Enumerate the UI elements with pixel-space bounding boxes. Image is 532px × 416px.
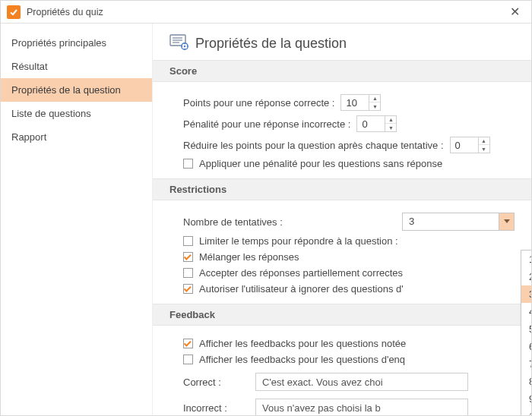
allow-skip-label: Autoriser l'utilisateur à ignorer des qu… [199,283,404,295]
attempts-option[interactable]: 3 [521,285,531,303]
section-header-restrictions: Restrictions [153,178,531,200]
incorrect-feedback-label: Incorrect : [183,402,255,414]
section-header-feedback: Feedback [153,304,531,326]
reduce-points-label: Réduire les points pour la question aprè… [183,140,444,151]
window-title: Propriétés du quiz [27,7,504,17]
sidebar: Propriétés principales Résultat Propriét… [1,24,153,415]
reduce-points-spinner[interactable]: ▲▼ [450,137,490,153]
shuffle-answers-label: Mélanger les réponses [199,251,299,263]
reduce-points-input[interactable] [451,137,478,153]
spinner-down-icon[interactable]: ▼ [369,102,380,110]
apply-penalty-label: Appliquer une pénalité pour les question… [199,158,442,169]
attempts-option[interactable]: 2 [521,268,531,285]
points-correct-input[interactable] [341,95,369,110]
spinner-up-icon[interactable]: ▲ [385,116,396,124]
checkbox-icon [183,236,193,246]
penalty-incorrect-input[interactable] [357,116,385,131]
partial-correct-checkbox[interactable]: Accepter des réponses partiellement corr… [183,267,515,279]
allow-skip-checkbox[interactable]: Autoriser l'utilisateur à ignorer des qu… [183,283,515,295]
attempts-select[interactable]: 3 [402,213,515,231]
page-heading: Propriétés de la question [195,36,347,52]
spinner-down-icon[interactable]: ▼ [479,145,489,153]
sidebar-item-question-list[interactable]: Liste de questions [1,102,152,125]
penalty-incorrect-label: Pénalité pour une réponse incorrecte : [183,118,350,130]
attempts-value: 3 [403,213,499,230]
show-graded-feedback-label: Afficher les feedbacks pour les question… [199,338,406,349]
sidebar-item-result[interactable]: Résultat [1,55,152,78]
chevron-down-icon[interactable] [499,213,514,230]
attempts-option[interactable]: 4 [521,303,531,320]
close-button[interactable]: ✕ [504,5,525,19]
limit-time-checkbox[interactable]: Limiter le temps pour répondre à la ques… [183,235,515,247]
svg-point-5 [184,46,185,47]
sidebar-item-question-properties[interactable]: Propriétés de la question [1,78,152,102]
attempts-option[interactable]: 1 [521,251,531,268]
correct-feedback-label: Correct : [183,377,255,388]
question-properties-icon [169,34,188,52]
attempts-option[interactable]: 8 [521,373,531,390]
checkbox-icon [183,159,193,169]
sidebar-item-report[interactable]: Rapport [1,125,152,149]
checkbox-icon [183,268,193,278]
partial-correct-label: Accepter des réponses partiellement corr… [199,267,403,279]
shuffle-answers-checkbox[interactable]: Mélanger les réponses [183,251,515,263]
checkbox-icon [183,355,193,364]
attempts-option[interactable]: 10 [521,408,531,415]
spinner-up-icon[interactable]: ▲ [479,137,489,145]
points-correct-spinner[interactable]: ▲▼ [340,94,381,111]
sidebar-item-main-properties[interactable]: Propriétés principales [1,31,152,55]
attempts-option[interactable]: 9 [521,390,531,408]
incorrect-feedback-input[interactable]: Vous n'avez pas choisi la b [255,399,468,415]
attempts-option[interactable]: 5 [521,320,531,338]
app-icon [7,5,21,19]
penalty-incorrect-spinner[interactable]: ▲▼ [356,115,397,132]
points-correct-label: Points pour une réponse correcte : [183,97,334,109]
section-header-score: Score [153,60,531,82]
show-survey-feedback-label: Afficher les feedbacks pour les question… [199,354,405,365]
checkbox-icon [183,339,193,348]
show-graded-feedback-checkbox[interactable]: Afficher les feedbacks pour les question… [183,338,515,349]
attempts-label: Nombre de tentatives : [183,216,283,228]
correct-feedback-input[interactable]: C'est exact. Vous avez choi [255,373,468,391]
attempts-dropdown-list[interactable]: 12345678910Illimité [521,250,531,415]
spinner-up-icon[interactable]: ▲ [369,95,380,102]
attempts-option[interactable]: 6 [521,338,531,355]
show-survey-feedback-checkbox[interactable]: Afficher les feedbacks pour les question… [183,354,515,365]
checkbox-icon [183,284,193,294]
checkbox-icon [183,252,193,262]
spinner-down-icon[interactable]: ▼ [385,124,396,131]
limit-time-label: Limiter le temps pour répondre à la ques… [199,235,398,247]
apply-penalty-checkbox[interactable]: Appliquer une pénalité pour les question… [183,158,515,169]
attempts-option[interactable]: 7 [521,355,531,373]
